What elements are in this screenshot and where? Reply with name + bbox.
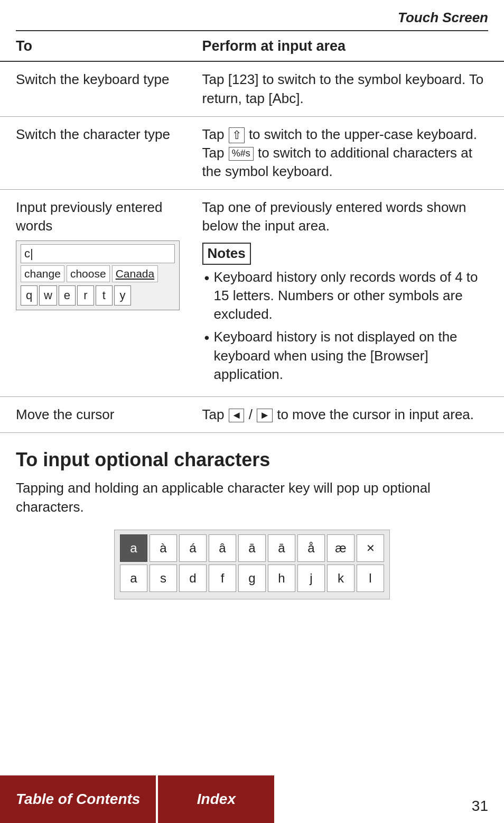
index-label: Index bbox=[197, 791, 236, 808]
left-arrow-icon: ◄ bbox=[229, 409, 245, 422]
kbd-key-y[interactable]: y bbox=[114, 285, 131, 306]
keyboard-mockup: c| change choose Canada q w e r t y bbox=[16, 241, 180, 310]
kbd-input-field: c| bbox=[21, 244, 175, 263]
col1-header: To bbox=[0, 31, 192, 61]
kbd-key-q[interactable]: q bbox=[21, 285, 38, 306]
opt-key-a-macron1[interactable]: ā bbox=[238, 534, 266, 562]
kbd-key-t[interactable]: t bbox=[96, 285, 113, 306]
notes-list: Keyboard history only records words of 4… bbox=[202, 268, 488, 384]
page-number: 31 bbox=[274, 775, 504, 823]
opt-key-a-ring[interactable]: å bbox=[297, 534, 325, 562]
table-row: Move the cursor Tap ◄ / ► to move the cu… bbox=[0, 396, 504, 432]
opt-key-a-selected[interactable]: a bbox=[120, 534, 147, 562]
kbd-suggestions: change choose Canada bbox=[21, 265, 175, 282]
table-row: Input previously entered words c| change… bbox=[0, 189, 504, 396]
opt-key-h[interactable]: h bbox=[268, 565, 295, 592]
row-keyboard-type-content: Tap [123] to switch to the symbol keyboa… bbox=[192, 61, 504, 116]
opt-key-k[interactable]: k bbox=[327, 565, 354, 592]
row-input-words-label: Input previously entered words c| change… bbox=[0, 189, 192, 396]
opt-key-a-grave[interactable]: à bbox=[150, 534, 177, 562]
opt-key-d[interactable]: d bbox=[179, 565, 207, 592]
row-character-type-content: Tap ⇧ to switch to the upper-case keyboa… bbox=[192, 116, 504, 189]
notes-section: Notes Keyboard history only records word… bbox=[202, 243, 488, 384]
row-input-words-content: Tap one of previously entered words show… bbox=[192, 189, 504, 396]
kbd-keys-row: q w e r t y bbox=[21, 285, 175, 306]
kbd-key-e[interactable]: e bbox=[59, 285, 76, 306]
optional-keyboard: a à á â ā ā å æ ✕ a s d f g h j k l bbox=[114, 530, 390, 599]
row-input-words-text: Input previously entered words bbox=[16, 198, 181, 235]
right-arrow-icon: ► bbox=[257, 409, 273, 422]
row-input-words-desc: Tap one of previously entered words show… bbox=[202, 198, 488, 235]
table-header-row: To Perform at input area bbox=[0, 31, 504, 61]
row-cursor-label: Move the cursor bbox=[0, 396, 192, 432]
suggestion-canada[interactable]: Canada bbox=[112, 265, 158, 282]
col2-header: Perform at input area bbox=[192, 31, 504, 61]
opt-key-delete[interactable]: ✕ bbox=[357, 534, 384, 562]
kbd-key-r[interactable]: r bbox=[77, 285, 94, 306]
suggestion-choose[interactable]: choose bbox=[67, 265, 110, 282]
notes-item-1: Keyboard history only records words of 4… bbox=[202, 268, 488, 323]
opt-key-f[interactable]: f bbox=[209, 565, 236, 592]
opt-key-a-macron2[interactable]: ā bbox=[268, 534, 295, 562]
row-cursor-content: Tap ◄ / ► to move the cursor in input ar… bbox=[192, 396, 504, 432]
table-row: Switch the character type Tap ⇧ to switc… bbox=[0, 116, 504, 189]
notes-label: Notes bbox=[202, 243, 251, 265]
opt-kbd-row-1: a à á â ā ā å æ ✕ bbox=[120, 534, 384, 562]
row-keyboard-type-label: Switch the keyboard type bbox=[0, 61, 192, 116]
opt-key-l[interactable]: l bbox=[357, 565, 384, 592]
opt-key-j[interactable]: j bbox=[297, 565, 325, 592]
opt-key-a-circ[interactable]: â bbox=[209, 534, 236, 562]
opt-key-a[interactable]: a bbox=[120, 565, 147, 592]
section-title: Touch Screen bbox=[398, 10, 488, 25]
page-num-value: 31 bbox=[472, 798, 488, 815]
table-row: Switch the keyboard type Tap [123] to sw… bbox=[0, 61, 504, 116]
row-character-type-label: Switch the character type bbox=[0, 116, 192, 189]
optional-chars-title: To input optional characters bbox=[16, 449, 488, 471]
main-table: To Perform at input area Switch the keyb… bbox=[0, 31, 504, 433]
opt-key-ae[interactable]: æ bbox=[327, 534, 354, 562]
notes-item-2: Keyboard history is not displayed on the… bbox=[202, 328, 488, 383]
index-button[interactable]: Index bbox=[158, 775, 274, 823]
opt-key-g[interactable]: g bbox=[238, 565, 266, 592]
kbd-key-w[interactable]: w bbox=[39, 285, 57, 306]
optional-keyboard-wrap: a à á â ā ā å æ ✕ a s d f g h j k l bbox=[16, 530, 488, 599]
shift-icon: ⇧ bbox=[229, 127, 245, 143]
bottom-nav: Table of Contents Index 31 bbox=[0, 775, 504, 823]
opt-kbd-row-2: a s d f g h j k l bbox=[120, 565, 384, 592]
optional-chars-section: To input optional characters Tapping and… bbox=[0, 433, 504, 610]
opt-key-a-acute[interactable]: á bbox=[179, 534, 207, 562]
touch-screen-header: Touch Screen bbox=[0, 0, 504, 30]
toc-button[interactable]: Table of Contents bbox=[0, 775, 158, 823]
optional-chars-desc: Tapping and holding an applicable charac… bbox=[16, 478, 488, 517]
toc-label: Table of Contents bbox=[16, 791, 140, 808]
suggestion-change[interactable]: change bbox=[21, 265, 64, 282]
opt-key-s[interactable]: s bbox=[150, 565, 177, 592]
symbol-icon: %#s bbox=[229, 147, 254, 161]
